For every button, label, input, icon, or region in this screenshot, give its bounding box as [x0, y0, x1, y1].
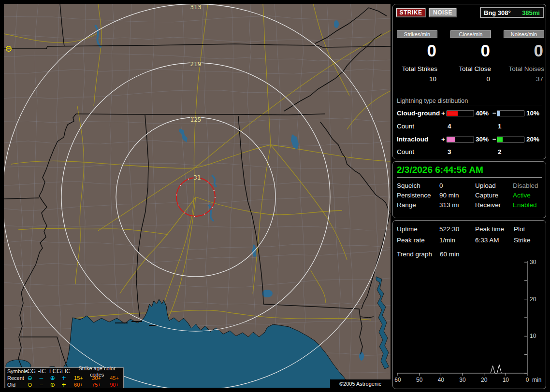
close-per-min-value: 0: [450, 42, 491, 59]
svg-text:30: 30: [459, 377, 466, 383]
minus-ic-old-icon: −: [36, 382, 47, 388]
bearing-display: Bng 308° 385mi: [480, 7, 544, 18]
svg-text:20: 20: [481, 377, 488, 383]
ring-label-31: 31: [193, 174, 201, 181]
ic-plus-count: 3: [448, 148, 451, 155]
peak-rate-label: Peak rate: [397, 237, 425, 244]
persistence-value: 90 min: [439, 192, 459, 199]
legend-col-pcg: +CG: [47, 368, 59, 375]
minus-ic-recent-icon: −: [36, 375, 47, 381]
legend-col-ncg: -CG: [25, 368, 36, 375]
divider: [397, 177, 542, 178]
svg-text:10: 10: [503, 377, 509, 383]
strikes-column: Strikes/min 0 Total Strikes 10: [397, 30, 437, 83]
copyright-notice: ©2005 Astrogenic Systems: [330, 379, 391, 388]
plus-sign: +: [441, 136, 445, 143]
legend-old-label: Old: [5, 382, 24, 388]
capture-label: Capture: [475, 192, 498, 199]
age-code: 60+: [70, 382, 87, 388]
legend-header-row: Symbols -CG -IC +CG +IC Strike age color…: [5, 368, 123, 375]
cg-minus-pct: 10%: [526, 110, 539, 117]
uptime-value: 522:30: [439, 225, 459, 233]
minus-cg-recent-icon: ⊖: [24, 375, 35, 381]
legend-recent-label: Recent: [5, 375, 24, 381]
plot-mode-value: Strike: [514, 237, 531, 244]
trend-window-value: 60 min: [440, 251, 460, 258]
app-window: 313 219 125 31 Symbols -CG -IC +CG +IC S…: [0, 0, 550, 392]
strike-toggle-button[interactable]: STRIKE: [396, 8, 426, 17]
minus-cg-old-icon: ⊖: [24, 382, 35, 388]
svg-text:50: 50: [416, 377, 423, 383]
receiver-status: Enabled: [513, 201, 537, 209]
ic-plus-pct: 30%: [476, 136, 489, 143]
upload-status: Disabled: [513, 182, 538, 189]
minus-sign: −: [492, 136, 496, 143]
noises-per-min-value: 0: [504, 42, 544, 59]
ic-minus-pct: 20%: [526, 136, 539, 143]
status-panel: 2/3/2026 6:44:56 AM Squelch 0 Upload Dis…: [392, 161, 546, 218]
ring-label-313: 313: [190, 4, 202, 11]
age-code: 90+: [105, 382, 123, 388]
trend-graph-label: Trend graph: [397, 251, 432, 258]
cg-minus-bar: [497, 111, 524, 116]
svg-text:30: 30: [530, 259, 536, 266]
bearing-label: Bng 308°: [484, 9, 511, 16]
ic-minus-count: 2: [498, 148, 502, 155]
svg-text:60: 60: [394, 377, 401, 383]
upload-label: Upload: [475, 182, 496, 189]
minus-sign: −: [492, 110, 496, 117]
cg-plus-pct: 40%: [476, 110, 489, 117]
close-column: Close/min 0 Total Close 0: [450, 30, 491, 83]
peak-time-value: 6:33 AM: [475, 237, 499, 244]
legend-col-nic: -IC: [36, 368, 48, 375]
cg-minus-count: 1: [498, 123, 502, 130]
total-strikes-label: Total Strikes: [397, 65, 437, 72]
noises-per-min-button[interactable]: Noises/min: [504, 30, 544, 38]
total-close-value: 0: [450, 75, 491, 83]
plus-sign: +: [441, 110, 445, 117]
total-noises-label: Total Noises: [504, 65, 544, 72]
count-label: Count: [397, 148, 414, 155]
total-noises-value: 37: [504, 75, 544, 83]
count-label: Count: [397, 123, 414, 130]
ic-minus-bar: [497, 137, 524, 142]
intracloud-label: Intracloud: [397, 136, 428, 143]
legend-symbols-label: Symbols: [5, 368, 25, 375]
ring-label-125: 125: [190, 116, 202, 123]
map-canvas: 313 219 125 31: [4, 4, 391, 388]
range-label: Range: [397, 201, 416, 209]
svg-text:20: 20: [530, 296, 536, 303]
plot-label: Plot: [514, 225, 525, 233]
stats-panel: Uptime 522:30 Peak time Plot Peak rate 1…: [392, 220, 546, 389]
plus-cg-old-icon: ⊕: [47, 382, 58, 388]
legend-row-recent: Recent ⊖ − ⊕ + 15+ 30+ 45+: [5, 375, 123, 381]
squelch-label: Squelch: [397, 182, 420, 189]
lightning-map[interactable]: 313 219 125 31 Symbols -CG -IC +CG +IC S…: [4, 4, 391, 388]
bearing-range-value: 385mi: [522, 9, 540, 16]
strikes-per-min-button[interactable]: Strikes/min: [397, 30, 437, 38]
cg-plus-bar: [447, 111, 474, 116]
peak-rate-value: 1/min: [439, 237, 455, 244]
svg-text:10: 10: [530, 333, 536, 339]
peak-time-label: Peak time: [475, 225, 504, 233]
svg-text:0: 0: [526, 377, 529, 383]
trend-graph: 3020106050403020100min: [393, 259, 546, 389]
plus-cg-recent-icon: ⊕: [47, 375, 58, 381]
close-per-min-button[interactable]: Close/min: [450, 30, 491, 38]
age-code: 75+: [87, 382, 105, 388]
counters-panel: STRIKE NOISE Bng 308° 385mi Strikes/min …: [392, 4, 546, 159]
receiver-label: Receiver: [475, 201, 501, 209]
uptime-label: Uptime: [397, 225, 418, 233]
plus-ic-old-icon: +: [58, 382, 69, 388]
divider: [397, 106, 542, 106]
noise-toggle-button[interactable]: NOISE: [429, 8, 457, 17]
plus-ic-recent-icon: +: [58, 375, 69, 381]
strikes-per-min-value: 0: [397, 42, 437, 59]
range-value: 313 mi: [439, 201, 459, 209]
age-code: 45+: [105, 375, 123, 381]
age-code: 15+: [70, 375, 87, 381]
legend-row-old: Old ⊖ − ⊕ + 60+ 75+ 90+: [5, 382, 123, 388]
ic-plus-bar: [447, 137, 474, 142]
map-legend: Symbols -CG -IC +CG +IC Strike age color…: [5, 367, 124, 388]
cloud-ground-label: Cloud-ground: [397, 110, 440, 117]
